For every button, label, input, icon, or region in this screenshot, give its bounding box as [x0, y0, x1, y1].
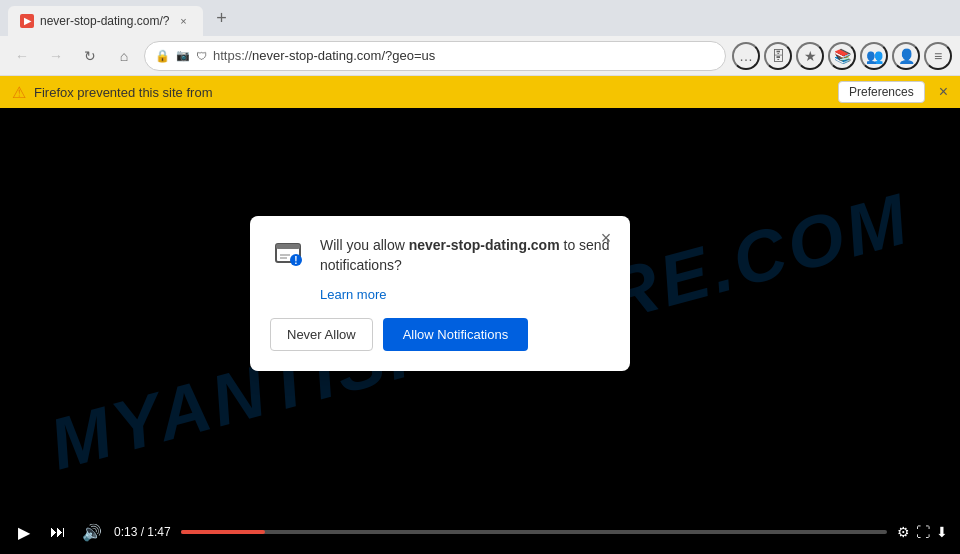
- active-tab[interactable]: ▶ never-stop-dating.com/? ×: [8, 6, 203, 36]
- account-button[interactable]: 👤: [892, 42, 920, 70]
- popup-title-text: Will you allow never-stop-dating.com to …: [320, 236, 610, 275]
- svg-text:!: !: [294, 255, 297, 266]
- popup-header: ! Will you allow never-stop-dating.com t…: [270, 236, 610, 275]
- new-tab-button[interactable]: +: [207, 4, 235, 32]
- preferences-button[interactable]: Preferences: [838, 81, 925, 103]
- tab-bar: ▶ never-stop-dating.com/? × +: [0, 0, 960, 36]
- play-button[interactable]: ▶: [12, 520, 36, 544]
- video-time: 0:13 / 1:47: [114, 525, 171, 539]
- nav-bar: ← → ↻ ⌂ 🔒 📷 🛡 https://never-stop-dating.…: [0, 36, 960, 76]
- popup-close-button[interactable]: ×: [594, 226, 618, 250]
- reload-button[interactable]: ↻: [76, 42, 104, 70]
- forward-button[interactable]: →: [42, 42, 70, 70]
- url-protocol: https://: [213, 48, 252, 63]
- popup-notification-icon: !: [270, 236, 306, 272]
- address-bar[interactable]: 🔒 📷 🛡 https://never-stop-dating.com/?geo…: [144, 41, 726, 71]
- svg-rect-9: [276, 244, 300, 249]
- bookmark-button[interactable]: ★: [796, 42, 824, 70]
- url-path: /?geo=us: [381, 48, 435, 63]
- video-fullscreen-button[interactable]: ⛶: [916, 524, 930, 540]
- video-progress-fill: [181, 530, 266, 534]
- url-display: https://never-stop-dating.com/?geo=us: [213, 48, 715, 63]
- notification-permission-popup: × ! Will you allow never-stop-dating.com…: [250, 216, 630, 371]
- video-controls-bar: ▶ ⏭ 🔊 0:13 / 1:47 ⚙ ⛶ ⬇: [0, 510, 960, 554]
- content-area: MYANTISPYWARE.COM ▶ ⏭ 🔊 0:13 / 1:47 ⚙ ⛶ …: [0, 108, 960, 554]
- notification-bar-close-button[interactable]: ×: [939, 83, 948, 101]
- tab-title: never-stop-dating.com/?: [40, 14, 169, 28]
- more-tools-button[interactable]: …: [732, 42, 760, 70]
- video-download-button[interactable]: ⬇: [936, 524, 948, 540]
- learn-more-link[interactable]: Learn more: [320, 287, 610, 302]
- firefox-notification-bar: ⚠ Firefox prevented this site from Prefe…: [0, 76, 960, 108]
- nav-extras: … 🗄 ★ 📚 👥 👤 ≡: [732, 42, 952, 70]
- url-domain: never-stop-dating.com: [252, 48, 381, 63]
- back-button[interactable]: ←: [8, 42, 36, 70]
- next-button[interactable]: ⏭: [46, 520, 70, 544]
- tab-close-button[interactable]: ×: [175, 13, 191, 29]
- library-button[interactable]: 📚: [828, 42, 856, 70]
- tab-favicon: ▶: [20, 14, 34, 28]
- video-settings-button[interactable]: ⚙: [897, 524, 910, 540]
- popup-title-domain: never-stop-dating.com: [409, 237, 560, 253]
- security-icon: 🔒: [155, 49, 170, 63]
- pocket-button[interactable]: 🗄: [764, 42, 792, 70]
- popup-action-buttons: Never Allow Allow Notifications: [270, 318, 610, 351]
- video-right-controls: ⚙ ⛶ ⬇: [897, 524, 948, 540]
- camera-icon: 📷: [176, 49, 190, 62]
- popup-title-plain: Will you allow: [320, 237, 409, 253]
- sync-button[interactable]: 👥: [860, 42, 888, 70]
- never-allow-button[interactable]: Never Allow: [270, 318, 373, 351]
- notification-bar-text: Firefox prevented this site from: [34, 85, 212, 100]
- warning-icon: ⚠: [12, 83, 26, 102]
- home-button[interactable]: ⌂: [110, 42, 138, 70]
- video-progress-bar[interactable]: [181, 530, 887, 534]
- shield-small-icon: 🛡: [196, 50, 207, 62]
- overflow-button[interactable]: ≡: [924, 42, 952, 70]
- volume-button[interactable]: 🔊: [80, 520, 104, 544]
- allow-notifications-button[interactable]: Allow Notifications: [383, 318, 529, 351]
